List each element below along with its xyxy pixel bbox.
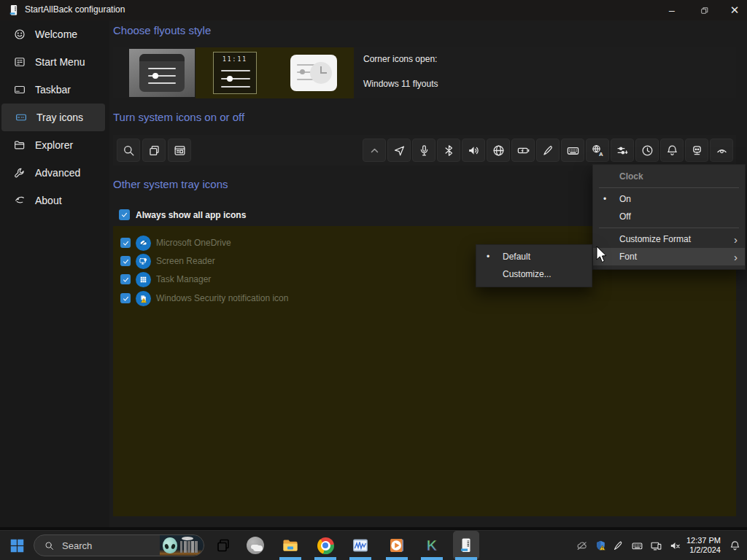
widgets-button[interactable]	[242, 531, 268, 560]
submenu-item-customize[interactable]: Customize...	[476, 265, 592, 283]
touch-keyboard-icon	[631, 540, 643, 552]
search-tray-button[interactable]	[117, 139, 140, 162]
touch-keyboard-tray-icon[interactable]	[631, 531, 643, 560]
sidebar-item-label: Advanced	[35, 167, 80, 179]
sidebar-item-explorer[interactable]: Explorer	[0, 131, 109, 159]
tray-app-row-windows-security[interactable]: Windows Security notification icon	[120, 290, 288, 306]
start-button[interactable]	[6, 531, 28, 560]
privacy-eye-toggle-button[interactable]	[710, 139, 733, 162]
file-explorer-button[interactable]	[277, 531, 303, 560]
menu-item-font[interactable]: Font ›	[593, 248, 745, 265]
onedrive-badge	[136, 236, 151, 251]
about-icon	[13, 194, 26, 207]
sidebar-item-taskbar[interactable]: Taskbar	[0, 76, 109, 104]
heading-system-icons: Turn system icons on or off	[113, 111, 244, 123]
sidebar-item-label: Start Menu	[35, 56, 85, 68]
close-button[interactable]: ✕	[724, 0, 746, 20]
window-title: StartAllBack configuration	[25, 4, 125, 15]
menu-item-off[interactable]: Off	[593, 208, 745, 225]
sidebar-item-advanced[interactable]: Advanced	[0, 159, 109, 187]
clock-context-menu: Clock • On Off Customize Format › Font ›	[592, 164, 746, 270]
network-toggle-button[interactable]	[487, 139, 510, 162]
pen-toggle-button[interactable]	[536, 139, 560, 162]
volume-mixer-toggle-button[interactable]	[611, 139, 634, 162]
tray-app-row-screen-reader[interactable]: Screen Reader	[120, 253, 215, 269]
battery-toggle-button[interactable]	[511, 139, 535, 162]
mouse-cursor	[595, 246, 608, 263]
title-bar[interactable]: StartAllBack configuration – ✕	[0, 0, 747, 20]
taskbar-clock[interactable]: 12:37 PM 1/2/2024	[686, 536, 721, 555]
location-toggle-button[interactable]	[387, 139, 411, 162]
flyout-style-dark-tile[interactable]	[129, 49, 195, 97]
battery-icon	[516, 144, 530, 158]
clock-toggle-button[interactable]	[635, 139, 659, 162]
keyboard-toggle-button[interactable]	[561, 139, 584, 162]
always-show-all-app-icons-row[interactable]: Always show all app icons	[119, 209, 246, 220]
screen-reader-icon	[139, 257, 148, 266]
collapse-chevron-button[interactable]	[363, 139, 386, 162]
microphone-toggle-button[interactable]	[412, 139, 436, 162]
menu-item-on[interactable]: • On	[593, 190, 745, 208]
explorer-icon	[13, 139, 26, 152]
onedrive-checkbox[interactable]	[120, 238, 131, 248]
media-player-button[interactable]	[384, 531, 410, 560]
bell-icon	[729, 540, 741, 552]
startallback-taskbar-button[interactable]	[453, 531, 479, 560]
volume-mixer-icon	[616, 144, 630, 158]
kmplayer-button[interactable]: K	[419, 531, 445, 560]
task-manager-icon	[139, 275, 148, 284]
flyout-style-clock-tile[interactable]: 11:11	[213, 52, 257, 94]
tray-toolbar	[117, 139, 191, 162]
flyout-style-strip: 11:11 Corner icons open: Windows 11 flyo…	[113, 47, 736, 98]
search-highlight-image[interactable]	[160, 535, 204, 556]
restore-button[interactable]	[693, 0, 715, 20]
submenu-chevron-icon: ›	[734, 233, 738, 246]
sidebar-item-about[interactable]: About	[0, 187, 109, 214]
sidebar-item-welcome[interactable]: Welcome	[0, 20, 109, 48]
tray-app-row-task-manager[interactable]: Task Manager	[120, 271, 211, 287]
copilot-toggle-button[interactable]	[685, 139, 708, 162]
windows-security-checkbox[interactable]	[120, 293, 131, 303]
task-view-button[interactable]	[210, 531, 236, 560]
notifications-toggle-button[interactable]	[660, 139, 684, 162]
performance-monitor-button[interactable]	[347, 531, 374, 560]
task-manager-checkbox[interactable]	[120, 274, 131, 284]
font-submenu: • Default Customize...	[476, 244, 592, 287]
sidebar-item-start-menu[interactable]: Start Menu	[0, 48, 109, 76]
news-tray-button[interactable]	[168, 139, 191, 162]
chevron-up-icon	[368, 144, 382, 158]
notification-bell-button[interactable]	[729, 531, 741, 560]
windows-security-tray-icon[interactable]	[595, 531, 607, 560]
language-toggle-button[interactable]: A	[586, 139, 609, 162]
sidebar-item-label: Welcome	[35, 28, 77, 40]
onedrive-tray-icon[interactable]	[576, 531, 588, 560]
taskbar-search-box[interactable]: Search	[34, 534, 204, 556]
tray-app-row-onedrive[interactable]: Microsoft OneDrive	[120, 235, 231, 251]
volume-muted-tray-icon[interactable]	[669, 531, 681, 560]
sidebar-item-tray-icons[interactable]: Tray icons	[1, 104, 105, 131]
flyout-style-light-tile[interactable]	[290, 55, 337, 91]
advanced-icon	[13, 166, 26, 179]
taskbar-icon	[13, 83, 26, 96]
microphone-icon	[417, 144, 431, 158]
sidebar: Welcome Start Menu Taskbar Tray icons Ex…	[0, 20, 109, 527]
cast-display-tray-icon[interactable]	[650, 531, 662, 560]
always-show-checkbox[interactable]	[119, 209, 130, 220]
chrome-button[interactable]	[312, 531, 338, 560]
task-view-tray-button[interactable]	[142, 139, 166, 162]
search-placeholder: Search	[62, 540, 160, 551]
search-icon	[44, 540, 55, 551]
pen-tray-icon[interactable]	[612, 531, 624, 560]
submenu-item-default[interactable]: • Default	[476, 248, 592, 265]
tray-app-label: Microsoft OneDrive	[156, 238, 231, 248]
search-icon	[122, 144, 136, 158]
minimize-button[interactable]: –	[661, 0, 683, 20]
bluetooth-toggle-button[interactable]	[437, 139, 460, 162]
task-manager-badge	[136, 272, 151, 287]
tray-icon	[15, 111, 28, 124]
menu-item-customize-format[interactable]: Customize Format ›	[593, 230, 745, 248]
running-indicator	[314, 557, 336, 560]
screen-reader-checkbox[interactable]	[120, 256, 131, 266]
tray-app-label: Windows Security notification icon	[156, 293, 288, 303]
volume-toggle-button[interactable]	[462, 139, 485, 162]
